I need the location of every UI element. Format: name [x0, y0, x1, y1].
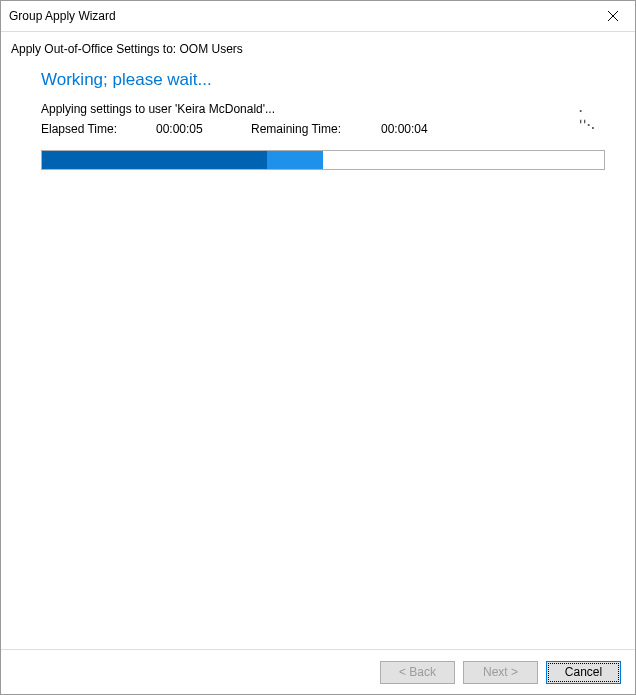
cancel-button[interactable]: Cancel — [546, 661, 621, 684]
remaining-label: Remaining Time: — [251, 122, 381, 136]
content-area: Working; please wait... Applying setting… — [1, 70, 635, 170]
titlebar: Group Apply Wizard — [1, 1, 635, 31]
back-button[interactable]: < Back — [380, 661, 455, 684]
subtitle: Apply Out-of-Office Settings to: OOM Use… — [1, 32, 635, 70]
spinner-icon: ·ˈˈ·. — [579, 104, 595, 114]
status-text: Applying settings to user 'Keira McDonal… — [41, 102, 579, 116]
heading: Working; please wait... — [31, 70, 605, 90]
footer: < Back Next > Cancel — [1, 649, 635, 694]
next-button[interactable]: Next > — [463, 661, 538, 684]
status-row: Applying settings to user 'Keira McDonal… — [31, 102, 605, 116]
remaining-value: 00:00:04 — [381, 122, 428, 136]
close-icon — [608, 11, 618, 21]
close-button[interactable] — [590, 1, 635, 31]
window-title: Group Apply Wizard — [9, 9, 116, 23]
elapsed-value: 00:00:05 — [156, 122, 251, 136]
elapsed-label: Elapsed Time: — [41, 122, 156, 136]
progress-highlight — [267, 151, 323, 169]
progress-bar — [41, 150, 605, 170]
time-row: Elapsed Time: 00:00:05 Remaining Time: 0… — [31, 122, 605, 136]
